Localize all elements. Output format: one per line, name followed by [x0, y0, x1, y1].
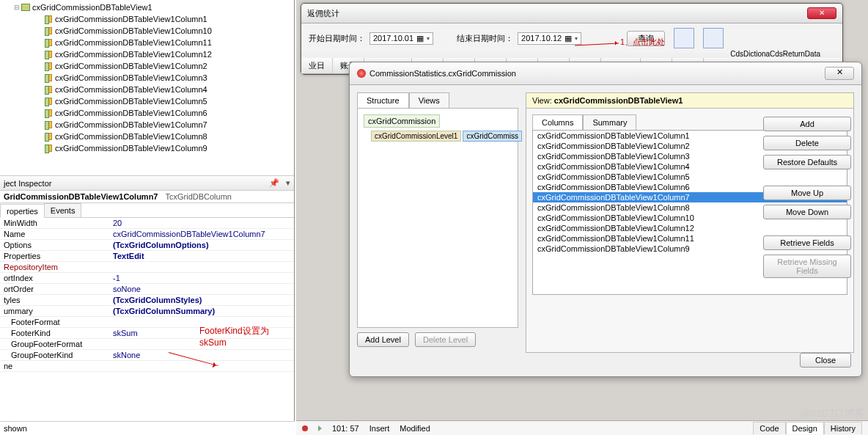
column-icon [44, 62, 53, 70]
tree-item[interactable]: cxGridCommissionDBTableView1Column11 [1, 37, 293, 48]
designer-area: 返佣统计 ✕ 开始日期时间： 2017.10.01 ▦▾ 结束日期时间： 201… [296, 0, 868, 435]
tree-item-label: cxGridCommissionDBTableView1Column5 [55, 97, 207, 106]
add-level-button[interactable]: Add Level [357, 332, 409, 347]
record-icon[interactable] [302, 425, 308, 431]
dataset-labels: CdsDictionaCdsReturnData [301, 50, 842, 58]
left-panel: ⊟ cxGridCommissionDBTableView1 cxGridCom… [0, 0, 295, 435]
modified-status: Modified [400, 424, 430, 433]
annotation-click-here: 1、点击此处 [620, 37, 665, 48]
calendar-icon[interactable]: ▦ [564, 34, 572, 43]
tab-code[interactable]: Code [753, 422, 785, 434]
insert-mode: Insert [369, 424, 390, 433]
selected-object-type: TcxGridDBColumn [165, 192, 231, 201]
tree-item[interactable]: cxGridCommissionDBTableView1Column3 [1, 72, 293, 84]
column-icon [44, 120, 53, 129]
tree-item[interactable]: cxGridCommissionDBTableView1Column6 [1, 107, 293, 119]
selected-object-name: GridCommissionDBTableView1Column7 [4, 192, 158, 201]
tree-item-label: cxGridCommissionDBTableView1Column4 [55, 85, 207, 94]
form-title-text: 返佣统计 [307, 8, 339, 19]
pin-icon[interactable]: 📌 [269, 178, 279, 187]
editor-titlebar[interactable]: CommissionStatistics.cxGridCommission ✕ [350, 62, 861, 85]
calendar-icon[interactable]: ▦ [416, 34, 424, 43]
inspector-tabs: roperties Events [0, 203, 294, 218]
form-titlebar[interactable]: 返佣统计 ✕ [301, 4, 842, 23]
view-header: View: cxGridCommissionDBTableView1 [526, 92, 854, 108]
tree-item-label: cxGridCommissionDBTableView1Column6 [55, 109, 207, 117]
play-icon[interactable] [318, 425, 322, 431]
tree-item[interactable]: cxGridCommissionDBTableView1Column9 [1, 142, 293, 154]
cursor-position: 101: 57 [332, 424, 359, 433]
editor-view-tabs: Code Design History [753, 422, 862, 434]
struct-root[interactable]: cxGridCommission [364, 114, 440, 128]
structure-panel[interactable]: cxGridCommission cxGridCommissionLevel1 … [357, 108, 518, 328]
tree-item-label: cxGridCommissionDBTableView1Column2 [55, 62, 207, 70]
structure-tree[interactable]: ⊟ cxGridCommissionDBTableView1 cxGridCom… [0, 0, 294, 176]
column-icon [44, 85, 53, 94]
editor-title-text: CommissionStatistics.cxGridCommission [369, 69, 516, 78]
tab-events[interactable]: Events [44, 203, 82, 217]
tab-columns[interactable]: Columns [532, 114, 583, 130]
tree-item[interactable]: cxGridCommissionDBTableView1Column12 [1, 48, 293, 60]
tree-item[interactable]: cxGridCommissionDBTableView1Column8 [1, 131, 293, 142]
tab-properties[interactable]: roperties [0, 204, 45, 218]
start-date-input[interactable]: 2017.10.01 ▦▾ [369, 32, 433, 45]
column-icon [44, 26, 53, 35]
end-date-input[interactable]: 2017.10.12 ▦▾ [518, 32, 581, 45]
object-selector[interactable]: GridCommissionDBTableView1Column7 TcxGri… [0, 191, 294, 203]
annotation-footerkind: FooterKind设置为skSum [199, 325, 294, 348]
inspector-footer: shown [0, 421, 295, 435]
tree-item[interactable]: cxGridCommissionDBTableView1Column5 [1, 95, 293, 107]
tab-design[interactable]: Design [786, 422, 824, 434]
start-date-label: 开始日期时间： [309, 33, 365, 44]
tree-item[interactable]: cxGridCommissionDBTableView1Column7 [1, 119, 293, 131]
struct-level[interactable]: cxGridCommissionLevel1 [371, 131, 461, 142]
struct-view[interactable]: cxGridCommiss [463, 131, 522, 142]
grid-icon [21, 3, 30, 12]
delete-button[interactable]: Delete [763, 136, 851, 150]
column-icon [44, 144, 53, 153]
column-icon [44, 73, 53, 82]
restore-defaults-button[interactable]: Restore Defaults [763, 155, 851, 169]
tree-item[interactable]: cxGridCommissionDBTableView1Column2 [1, 60, 293, 72]
dropdown-icon[interactable]: ▾ [286, 178, 290, 187]
tree-item-label: cxGridCommissionDBTableView1Column1 [55, 15, 207, 23]
tree-item[interactable]: cxGridCommissionDBTableView1Column1 [1, 13, 293, 25]
tree-root-label: cxGridCommissionDBTableView1 [32, 3, 152, 12]
tree-item[interactable]: cxGridCommissionDBTableView1Column10 [1, 25, 293, 37]
form-close-button[interactable]: ✕ [807, 7, 836, 19]
tree-item-label: cxGridCommissionDBTableView1Column11 [55, 38, 212, 47]
property-grid[interactable]: MinWidth20 NamecxGridCommissionDBTableVi… [0, 218, 294, 372]
close-button[interactable]: Close [800, 353, 851, 368]
add-button[interactable]: Add [763, 117, 851, 131]
tab-structure[interactable]: Structure [357, 92, 409, 108]
editor-close-button[interactable]: ✕ [825, 67, 854, 80]
retrieve-missing-button[interactable]: Retrieve Missing Fields [763, 255, 851, 278]
dataset-icon-2[interactable] [703, 28, 724, 48]
retrieve-fields-button[interactable]: Retrieve Fields [763, 235, 851, 250]
watermark: @51CTO博客 [800, 407, 864, 420]
app-icon [357, 69, 366, 78]
tree-item[interactable]: cxGridCommissionDBTableView1Column4 [1, 84, 293, 95]
tree-item-label: cxGridCommissionDBTableView1Column8 [55, 132, 207, 141]
column-icon [44, 132, 53, 141]
form-toolbar: 开始日期时间： 2017.10.01 ▦▾ 结束日期时间： 2017.10.12… [301, 23, 842, 53]
move-up-button[interactable]: Move Up [763, 186, 851, 200]
column-icon [44, 50, 53, 59]
delete-level-button[interactable]: Delete Level [415, 332, 476, 347]
tab-summary[interactable]: Summary [583, 114, 636, 130]
inspector-title: ject Inspector [4, 179, 51, 188]
end-date-label: 结束日期时间： [457, 33, 513, 44]
column-icon [44, 109, 53, 117]
tree-item-label: cxGridCommissionDBTableView1Column9 [55, 144, 207, 153]
tab-history[interactable]: History [824, 422, 862, 434]
grid-column-header[interactable]: 业日 [301, 58, 333, 73]
tree-root[interactable]: ⊟ cxGridCommissionDBTableView1 [1, 1, 293, 13]
collapse-icon[interactable]: ⊟ [13, 4, 20, 11]
tab-views[interactable]: Views [409, 92, 449, 108]
tree-item-label: cxGridCommissionDBTableView1Column10 [55, 26, 212, 35]
ide-statusbar: 101: 57 Insert Modified Code Design Hist… [296, 420, 868, 435]
dataset-icon-1[interactable] [674, 28, 694, 48]
move-down-button[interactable]: Move Down [763, 205, 851, 219]
tree-item-label: cxGridCommissionDBTableView1Column7 [55, 120, 207, 129]
column-icon [44, 38, 53, 47]
